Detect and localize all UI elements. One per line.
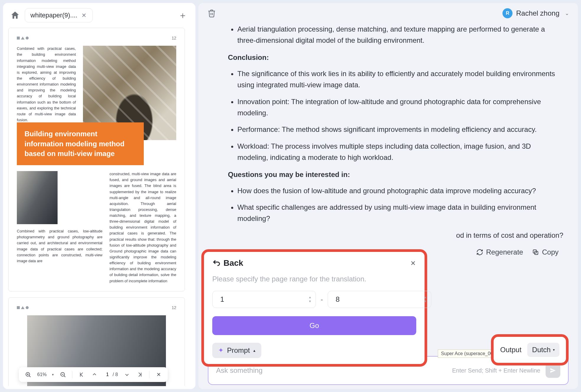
list-item: Aerial triangulation processing, dense m… [237, 24, 563, 46]
zoom-level[interactable]: 61% [37, 372, 47, 377]
translate-popup: Back ✕ Please specify the page range for… [201, 249, 427, 367]
page-current-input[interactable] [104, 372, 111, 377]
close-toolbar-button[interactable]: ✕ [155, 371, 162, 378]
bullet-list: Aerial triangulation processing, dense m… [237, 24, 563, 46]
page-shapes-icon [17, 37, 29, 40]
document-toolbar: 61% ▾ / 8 [19, 367, 168, 382]
page-image-person [17, 171, 58, 224]
close-icon[interactable]: ✕ [81, 12, 87, 19]
bullet-list: The significance of this work lies in it… [237, 68, 563, 163]
chevron-up-icon: ▲ [424, 296, 427, 299]
prompt-chip[interactable]: ✦ Prompt ▴ [212, 343, 261, 358]
page-paragraph: Combined with practical cases, low-altit… [17, 228, 102, 264]
page-number: 12 [172, 35, 176, 41]
page-counter: / 8 [104, 372, 118, 377]
right-panel: R Rachel zhong ⌄ Aerial triangulation pr… [198, 3, 578, 389]
chevron-up-icon: ▴ [253, 348, 255, 353]
page-number: 12 [172, 305, 176, 311]
go-button[interactable]: Go [212, 316, 416, 335]
list-item: od in terms of cost and operation? [355, 230, 563, 241]
first-page-button[interactable] [78, 371, 85, 378]
page-shapes-icon [17, 306, 29, 309]
svg-line-3 [29, 376, 31, 377]
last-page-button[interactable] [136, 371, 144, 378]
document-tab[interactable]: whitepaper(9).... ✕ [25, 8, 93, 22]
sparkle-icon: ✦ [218, 347, 223, 354]
page-paragraph: constructed, multi-view image data are f… [110, 171, 176, 284]
list-item: Innovation point: The integration of low… [237, 96, 563, 119]
stepper[interactable]: ▲▼ [309, 296, 311, 303]
output-label: Output [500, 346, 521, 354]
output-language-select[interactable]: Dutch ▾ [527, 343, 559, 357]
list-item: Performance: The method shows significan… [237, 124, 563, 135]
tabbar: whitepaper(9).... ✕ ＋ [3, 3, 195, 28]
conclusion-heading: Conclusion: [228, 53, 563, 62]
document-page: 12 Combined with practical cases, the bu… [8, 28, 185, 291]
bullet-list: How does the fusion of low-altitude and … [237, 185, 563, 241]
ask-hint: Enter Send; Shift + Enter Newline [452, 367, 541, 374]
user-menu[interactable]: R Rachel zhong ⌄ [502, 8, 569, 18]
regenerate-button[interactable]: Regenerate [476, 248, 523, 256]
page-title-box: Building environment information modelin… [17, 122, 144, 165]
questions-heading: Questions you may be interested in: [228, 170, 563, 179]
range-dash: - [321, 295, 323, 304]
document-viewport: 12 Combined with practical cases, the bu… [3, 28, 195, 389]
chevron-down-icon: ⌄ [565, 10, 569, 17]
zoom-in-button[interactable] [24, 371, 32, 378]
close-popup-button[interactable]: ✕ [410, 260, 416, 267]
range-from-input[interactable]: ▲▼ [212, 291, 316, 308]
add-tab-button[interactable]: ＋ [177, 10, 188, 21]
prev-page-button[interactable] [91, 371, 98, 378]
right-header: R Rachel zhong ⌄ [198, 3, 578, 24]
chevron-up-icon: ▲ [309, 296, 311, 299]
trash-icon[interactable] [207, 9, 216, 18]
list-item: What specific challenges are addressed b… [237, 202, 563, 224]
chevron-down-icon[interactable]: ▾ [52, 373, 54, 377]
username: Rachel zhong [516, 9, 559, 17]
svg-line-6 [64, 376, 66, 377]
zoom-out-button[interactable] [59, 371, 67, 378]
back-button[interactable]: Back [212, 258, 416, 268]
avatar: R [502, 8, 513, 18]
chevron-down-icon: ▾ [553, 348, 555, 352]
list-item: Workload: The process involves multiple … [237, 141, 563, 163]
ask-placeholder: Ask something [216, 366, 452, 375]
next-page-button[interactable] [123, 371, 131, 378]
chevron-down-icon: ▼ [424, 300, 427, 303]
list-item: The significance of this work lies in it… [237, 68, 563, 91]
copy-button[interactable]: Copy [532, 248, 559, 256]
tab-label: whitepaper(9).... [30, 12, 77, 19]
chevron-down-icon: ▼ [309, 300, 311, 303]
popup-description: Please specify the page range for the tr… [212, 275, 416, 283]
home-icon[interactable] [10, 10, 20, 20]
stepper[interactable]: ▲▼ [424, 296, 427, 303]
list-item: How does the fusion of low-altitude and … [237, 185, 563, 196]
page-range-row: ▲▼ - ▲▼ [212, 291, 416, 308]
left-panel: whitepaper(9).... ✕ ＋ 12 Combined with p… [3, 3, 195, 389]
range-to-input[interactable]: ▲▼ [328, 291, 431, 308]
document-scroll[interactable]: 12 Combined with practical cases, the bu… [8, 28, 190, 386]
page-total: 8 [115, 372, 118, 377]
output-language-box: Output Dutch ▾ [491, 334, 569, 365]
